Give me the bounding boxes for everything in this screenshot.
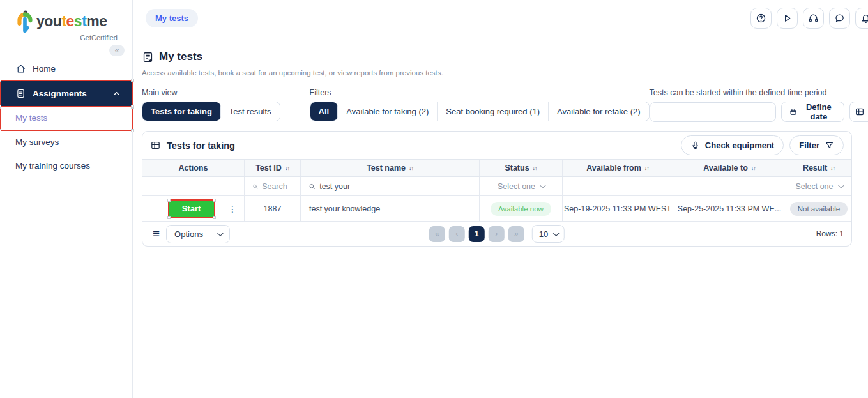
- cell-available-from: Sep-19-2025 11:33 PM WEST: [563, 196, 673, 221]
- filter-available-for-retake[interactable]: Available for retake (2): [549, 102, 649, 121]
- column-header-available-from[interactable]: Available from↓↑: [563, 160, 673, 176]
- sidebar: youtestme GetCertified « Home Assignment…: [0, 0, 133, 398]
- notifications-button[interactable]: [855, 8, 868, 29]
- check-equipment-button[interactable]: Check equipment: [681, 135, 784, 155]
- filter-button[interactable]: Filter: [789, 135, 844, 155]
- table-view-icon: [855, 107, 865, 117]
- my-tests-page-icon: [142, 51, 154, 63]
- filter-cell-test-id: [245, 177, 301, 195]
- page-subtitle: Access available tests, book a seat for …: [142, 69, 868, 77]
- annotation-handle: [0, 105, 1, 108]
- tests-table: Actions Test ID↓↑ Test name↓↑ Status↓↑ A…: [142, 159, 851, 222]
- sort-icon[interactable]: ↓↑: [644, 165, 649, 171]
- cell-test-name: test your knowledge: [301, 196, 480, 221]
- annotation-handle: [0, 79, 1, 82]
- sidebar-item-label: My surveys: [15, 137, 59, 147]
- filter-available-for-taking[interactable]: Available for taking (2): [338, 102, 438, 121]
- chevron-down-icon: [540, 182, 546, 188]
- sidebar-item-home[interactable]: Home: [0, 57, 132, 80]
- help-icon: [756, 13, 766, 24]
- filter-all[interactable]: All: [310, 102, 339, 121]
- filter-cell-actions: [142, 177, 245, 195]
- chat-button[interactable]: [829, 8, 850, 29]
- toggle-test-results[interactable]: Test results: [221, 102, 280, 121]
- tutorial-button[interactable]: [777, 8, 798, 29]
- content: My tests Access available tests, book a …: [133, 36, 868, 247]
- start-test-button[interactable]: Start: [169, 201, 214, 217]
- youtestme-logo-icon: [17, 10, 33, 33]
- date-period-input[interactable]: [650, 102, 776, 122]
- hamburger-menu-icon[interactable]: ≡: [153, 227, 160, 241]
- filter-cell-status: Select one: [480, 177, 563, 195]
- sidebar-item-assignments[interactable]: Assignments: [0, 80, 132, 107]
- test-name-search-input[interactable]: [319, 182, 471, 191]
- page-1-button[interactable]: 1: [469, 226, 485, 242]
- chevron-down-icon: [553, 230, 560, 236]
- date-period-label: Tests can be started within the defined …: [650, 88, 868, 97]
- main-view-label: Main view: [142, 88, 280, 97]
- page-size-select[interactable]: 10: [532, 225, 565, 243]
- sort-icon[interactable]: ↓↑: [533, 165, 537, 171]
- rows-count: Rows: 1: [816, 229, 844, 238]
- table-header-row: Actions Test ID↓↑ Test name↓↑ Status↓↑ A…: [142, 160, 851, 177]
- collapse-icon: «: [115, 46, 119, 55]
- help-button[interactable]: [750, 8, 772, 29]
- chevron-up-icon: [111, 88, 122, 99]
- result-badge: Not available: [790, 202, 848, 216]
- toggle-tests-for-taking[interactable]: Tests for taking: [142, 102, 221, 121]
- status-filter-select[interactable]: Select one: [498, 182, 544, 191]
- annotation-handle: [213, 216, 216, 219]
- sidebar-item-my-tests[interactable]: My tests: [0, 107, 132, 130]
- search-icon: [308, 183, 316, 190]
- filter-cell-test-name: [301, 177, 480, 195]
- cell-test-id: 1887: [245, 196, 301, 221]
- status-badge: Available now: [491, 202, 551, 216]
- last-page-button[interactable]: »: [508, 226, 524, 242]
- assignments-icon: [15, 88, 26, 99]
- controls-row: Main view Tests for taking Test results …: [142, 88, 868, 122]
- define-date-button[interactable]: Define date: [781, 102, 845, 122]
- table-icon: [150, 140, 161, 151]
- test-id-search-input[interactable]: [262, 182, 293, 191]
- sidebar-item-label: My training courses: [15, 161, 90, 171]
- sort-icon[interactable]: ↓↑: [285, 165, 289, 171]
- card-title: Tests for taking: [167, 141, 235, 151]
- column-header-result[interactable]: Result↓↑: [786, 160, 851, 176]
- sidebar-item-my-training-courses[interactable]: My training courses: [0, 154, 132, 178]
- view-mode-toggle: [849, 102, 868, 122]
- sidebar-collapse-button[interactable]: «: [109, 45, 125, 56]
- annotation-handle: [167, 216, 171, 219]
- next-page-button[interactable]: ›: [489, 226, 505, 242]
- row-kebab-menu[interactable]: ⋮: [225, 203, 240, 215]
- column-header-actions: Actions: [142, 160, 245, 176]
- column-header-test-id[interactable]: Test ID↓↑: [245, 160, 301, 176]
- sidebar-nav: Home Assignments My tests My surveys: [0, 57, 132, 178]
- chevron-down-icon: [837, 182, 844, 188]
- options-dropdown[interactable]: Options: [166, 225, 230, 243]
- table-view-button[interactable]: [850, 102, 868, 121]
- breadcrumb-my-tests[interactable]: My tests: [146, 9, 198, 27]
- previous-page-button[interactable]: ‹: [449, 226, 465, 242]
- support-button[interactable]: [803, 8, 824, 29]
- sort-icon[interactable]: ↓↑: [751, 165, 756, 171]
- sort-icon[interactable]: ↓↑: [409, 165, 413, 171]
- sidebar-item-my-surveys[interactable]: My surveys: [0, 130, 132, 154]
- column-header-available-to[interactable]: Available to↓↑: [673, 160, 786, 176]
- logo: youtestme GetCertified: [0, 0, 132, 42]
- bell-icon: [860, 13, 868, 24]
- chevron-down-icon: [217, 230, 224, 236]
- column-header-test-name[interactable]: Test name↓↑: [301, 160, 480, 176]
- app-window: youtestme GetCertified « Home Assignment…: [0, 0, 868, 398]
- filter-seat-booking-required[interactable]: Seat booking required (1): [438, 102, 549, 121]
- annotation-handle: [0, 129, 1, 132]
- headphones-icon: [808, 13, 819, 24]
- logo-wordmark: youtestme: [36, 14, 107, 29]
- filter-cell-available-from: [563, 177, 673, 195]
- column-header-status[interactable]: Status↓↑: [480, 160, 563, 176]
- filter-cell-available-to: [673, 177, 786, 195]
- first-page-button[interactable]: «: [429, 226, 445, 242]
- result-filter-select[interactable]: Select one: [795, 182, 842, 191]
- calendar-icon: [789, 107, 797, 117]
- page-title: My tests: [159, 50, 202, 63]
- sort-icon[interactable]: ↓↑: [830, 165, 835, 171]
